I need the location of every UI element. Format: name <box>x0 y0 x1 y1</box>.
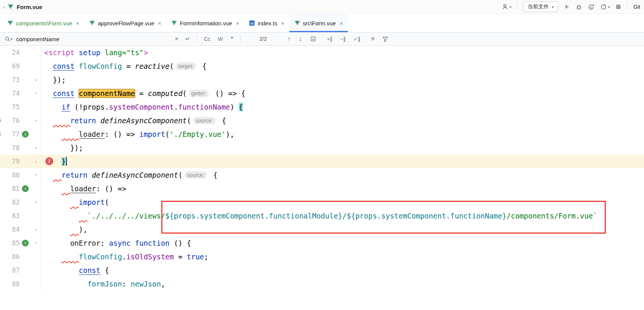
tab-forminformation-vue[interactable]: FormInformation.vue × <box>166 14 244 32</box>
tab-components-form-vue[interactable]: components\Form.vue × <box>2 14 84 32</box>
filter-button[interactable] <box>382 36 388 42</box>
tab-index-ts[interactable]: TS index.ts × <box>244 14 289 32</box>
code-token: onError <box>70 239 100 247</box>
fold-cell <box>31 46 41 59</box>
search-history-chevron-icon[interactable]: ▾ <box>11 37 12 41</box>
code-line[interactable]: 73 }); <box>0 73 644 87</box>
code-line[interactable]: !79 } <box>0 155 644 168</box>
fold-end-icon[interactable] <box>31 223 41 236</box>
profiler-button[interactable]: ▾ <box>600 3 610 10</box>
close-icon[interactable]: × <box>76 20 79 26</box>
tab-src-form-vue[interactable]: src\Form.vue × <box>289 14 348 32</box>
regex-toggle[interactable]: * <box>230 35 233 43</box>
run-button[interactable] <box>564 4 570 10</box>
code-line[interactable]: 81↑ loader: () => <box>0 182 644 195</box>
code-token <box>53 116 70 125</box>
gutter-implemented-icon[interactable]: ↑ <box>22 240 29 246</box>
fold-start-icon[interactable] <box>31 236 41 250</box>
gutter-icon-cell: ↑ <box>20 127 31 141</box>
code-line[interactable]: 84 ), <box>0 223 644 236</box>
line-number: 83 <box>5 209 20 223</box>
close-icon[interactable]: × <box>158 20 161 26</box>
code-line[interactable]: 676 return defineAsyncComponent(source: … <box>0 114 644 127</box>
code-line[interactable]: 24<script setup lang="ts"> <box>0 46 644 59</box>
code-token: flowConfig <box>79 253 122 261</box>
code-line[interactable]: 80 return defineAsyncComponent(source: { <box>0 168 644 182</box>
vcs-widget[interactable]: Git <box>633 4 640 10</box>
gutter-icon-cell <box>20 223 31 236</box>
whole-words-toggle[interactable]: W <box>218 36 223 42</box>
user-account-button[interactable]: ▾ <box>502 3 511 10</box>
next-match-button[interactable]: ↓ <box>299 36 302 42</box>
code-line[interactable]: 69 const flowConfig = reactive(target: { <box>0 59 644 73</box>
code-token <box>44 171 53 179</box>
code-token: { <box>209 171 218 179</box>
run-config-selector[interactable]: 当前文件 ▾ <box>523 2 558 12</box>
fold-start-icon[interactable] <box>31 168 41 182</box>
fold-start-icon[interactable] <box>31 195 41 209</box>
code-token <box>44 198 70 206</box>
fold-start-icon[interactable] <box>31 87 41 100</box>
gutter-implemented-icon[interactable]: ↑ <box>22 185 29 192</box>
code-token: lang="ts" <box>105 48 144 57</box>
close-icon[interactable]: × <box>340 20 343 26</box>
code-line[interactable]: 83 `./../../../views/${props.systemCompo… <box>0 209 644 223</box>
edge-marker <box>0 277 5 291</box>
code-token <box>70 225 79 234</box>
code-line[interactable]: 87 const { <box>0 264 644 277</box>
select-all-occurrences-button[interactable]: ✓∥ <box>354 36 361 42</box>
search-input[interactable]: componentName <box>16 36 175 42</box>
gutter-icon-cell <box>20 168 31 182</box>
fold-start-icon[interactable] <box>31 114 41 127</box>
code-text: }); <box>41 73 66 87</box>
code-text: } <box>41 155 67 168</box>
debug-button[interactable] <box>576 4 582 10</box>
code-line[interactable]: 88 formJson: newJson, <box>0 277 644 291</box>
code-token <box>87 171 91 179</box>
previous-match-button[interactable]: ↑ <box>287 36 290 42</box>
tab-label: FormInformation.vue <box>180 20 232 26</box>
tab-approveflowpage-vue[interactable]: approveFlowPage.vue × <box>84 14 166 32</box>
code-line[interactable]: 74 const componentName = computed(getter… <box>0 87 644 100</box>
code-token <box>44 266 79 274</box>
code-line[interactable]: 85↑ onError: async function () { <box>0 236 644 250</box>
close-icon[interactable]: × <box>236 20 239 26</box>
code-token: : () => <box>105 130 139 138</box>
code-line[interactable]: 86 flowConfig.isOldSystem = true; <box>0 250 644 264</box>
code-line[interactable]: 82 import( <box>0 195 644 209</box>
line-number: 80 <box>5 168 20 182</box>
newline-icon[interactable]: ↵ <box>185 36 190 42</box>
match-case-toggle[interactable]: Cc <box>204 36 210 42</box>
code-token: ${props.systemComponent.functionName} <box>347 212 507 220</box>
line-number: 88 <box>5 277 20 291</box>
remove-occurrence-button[interactable]: −∥ <box>340 36 346 42</box>
code-line[interactable]: 577↑ loader: () => import('./Empty.vue')… <box>0 127 644 141</box>
code-line[interactable]: 75 if (!props.systemComponent.functionNa… <box>0 100 644 114</box>
code-area[interactable]: 24<script setup lang="ts">69 const flowC… <box>0 46 644 291</box>
gutter-implemented-icon[interactable]: ↑ <box>22 131 29 138</box>
fold-end-icon[interactable] <box>31 73 41 87</box>
code-token: formJson <box>87 280 122 288</box>
code-token: : <box>100 239 109 247</box>
match-navigation: ↑ ↓ <box>287 36 316 42</box>
search-icon[interactable] <box>5 36 11 42</box>
close-icon[interactable]: × <box>281 20 284 26</box>
code-line[interactable]: 78 }); <box>0 141 644 155</box>
find-in-selection-button[interactable] <box>310 36 316 42</box>
gutter-icon-cell: ↑ <box>20 236 31 250</box>
show-results-button[interactable]: ≡ <box>371 35 375 43</box>
code-editor[interactable]: 24<script setup lang="ts">69 const flowC… <box>0 46 644 310</box>
code-token: , <box>161 280 165 288</box>
code-token: = <box>122 62 135 70</box>
stop-button[interactable] <box>616 4 621 9</box>
run-with-coverage-button[interactable]: C <box>588 3 595 10</box>
clear-icon[interactable]: × <box>175 36 178 42</box>
error-icon[interactable]: ! <box>45 157 53 165</box>
code-text: const { <box>41 264 109 277</box>
fold-end-icon[interactable] <box>31 155 41 168</box>
vue-icon <box>294 20 300 26</box>
edge-marker <box>0 236 5 250</box>
chevron-down-icon: ▾ <box>510 5 511 9</box>
add-occurrence-button[interactable]: +∥ <box>327 36 332 42</box>
fold-end-icon[interactable] <box>31 141 41 155</box>
